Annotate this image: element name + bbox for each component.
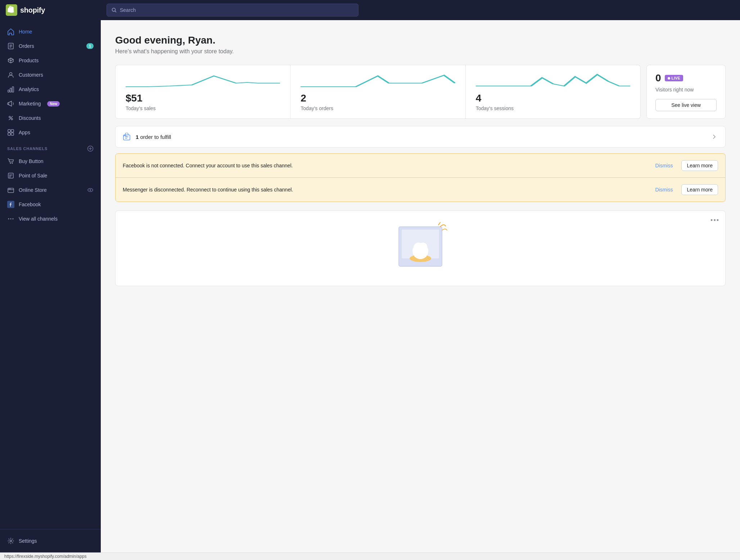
topbar: shopify — [0, 0, 740, 20]
sidebar-item-pos-label: Point of Sale — [19, 173, 47, 179]
alert-facebook-text: Facebook is not connected. Connect your … — [123, 163, 649, 168]
sidebar-item-online-store[interactable]: Online Store — [0, 183, 101, 197]
svg-rect-16 — [8, 173, 13, 178]
sales-value: $51 — [126, 92, 280, 104]
sidebar-item-facebook[interactable]: Facebook — [0, 197, 101, 212]
svg-point-25 — [10, 218, 12, 220]
facebook-learn-more-button[interactable]: Learn more — [681, 160, 718, 171]
sessions-chart — [476, 72, 630, 90]
sales-channels-section: SALES CHANNELS — [0, 140, 101, 154]
alert-row-facebook: Facebook is not connected. Connect your … — [116, 154, 725, 177]
live-count: 0 — [655, 72, 661, 84]
buy-button-icon — [7, 158, 14, 165]
sidebar-item-pos[interactable]: Point of Sale — [0, 168, 101, 183]
fulfill-icon — [123, 133, 131, 141]
live-top: 0 LIVE — [655, 72, 717, 84]
view-all-channels-label: View all channels — [19, 216, 58, 222]
greeting-title: Good evening, Ryan. — [115, 35, 726, 46]
fulfill-bar[interactable]: 1 order to fulfill — [115, 126, 726, 148]
svg-point-27 — [10, 540, 12, 542]
main-content: Good evening, Ryan. Here's what's happen… — [101, 20, 740, 552]
sidebar-item-home-label: Home — [19, 29, 32, 35]
greeting-sub: Here's what's happening with your store … — [115, 48, 726, 55]
add-channel-icon[interactable] — [87, 145, 94, 152]
alert-row-messenger: Messenger is disconnected. Reconnect to … — [116, 177, 725, 202]
sidebar-nav: Home Orders 1 Products — [0, 20, 101, 529]
sales-label: Today's sales — [126, 105, 280, 111]
sidebar-item-analytics-label: Analytics — [19, 86, 39, 92]
live-badge-text: LIVE — [672, 76, 680, 80]
logo-text: shopify — [20, 6, 45, 14]
orders-badge: 1 — [86, 43, 94, 49]
sidebar-item-apps[interactable]: Apps — [0, 125, 101, 140]
svg-point-24 — [8, 218, 9, 220]
eye-icon[interactable] — [87, 187, 94, 193]
sidebar-item-marketing-label: Marketing — [19, 101, 41, 107]
sidebar-item-customers[interactable]: Customers — [0, 68, 101, 82]
sidebar-item-products[interactable]: Products — [0, 53, 101, 68]
sidebar-item-customers-label: Customers — [19, 72, 43, 78]
svg-rect-6 — [12, 87, 14, 92]
sidebar-item-settings[interactable]: Settings — [0, 534, 101, 548]
sidebar-item-marketing[interactable]: Marketing New — [0, 96, 101, 111]
fulfill-label: order to fulfill — [140, 134, 171, 140]
svg-point-8 — [11, 118, 13, 120]
live-view-button[interactable]: See live view — [655, 99, 717, 111]
logo-area: shopify — [6, 4, 107, 16]
sidebar-item-online-store-label: Online Store — [19, 187, 47, 193]
sidebar-item-orders[interactable]: Orders 1 — [0, 39, 101, 53]
orders-chart — [301, 72, 455, 90]
svg-point-7 — [9, 116, 10, 118]
sessions-value: 4 — [476, 92, 630, 104]
svg-rect-5 — [10, 88, 12, 92]
svg-point-19 — [9, 189, 10, 189]
apps-icon — [7, 129, 14, 136]
svg-rect-9 — [8, 130, 10, 132]
layout: Home Orders 1 Products — [0, 20, 740, 552]
sidebar-item-orders-label: Orders — [19, 43, 34, 49]
svg-point-22 — [90, 189, 91, 191]
search-icon — [111, 7, 117, 13]
svg-rect-10 — [11, 130, 14, 132]
live-dot — [668, 77, 670, 80]
search-bar[interactable] — [107, 4, 358, 17]
pos-icon — [7, 172, 14, 179]
stat-card-sessions: 4 Today's sessions — [466, 65, 641, 119]
sidebar-item-analytics[interactable]: Analytics — [0, 82, 101, 96]
alert-messenger-text: Messenger is disconnected. Reconnect to … — [123, 187, 649, 193]
sidebar-item-discounts[interactable]: Discounts — [0, 111, 101, 125]
dots-icon — [7, 215, 14, 222]
svg-rect-12 — [11, 133, 14, 135]
search-input[interactable] — [120, 7, 354, 13]
sales-channels-label: SALES CHANNELS — [7, 146, 48, 151]
messenger-dismiss-link[interactable]: Dismiss — [655, 187, 673, 193]
sidebar-item-home[interactable]: Home — [0, 24, 101, 39]
chevron-right-icon — [711, 133, 718, 140]
sessions-label: Today's sessions — [476, 105, 630, 111]
sidebar-item-discounts-label: Discounts — [19, 115, 41, 121]
analytics-icon — [7, 86, 14, 93]
status-bar: https://firexside.myshopify.com/admin/ap… — [0, 552, 740, 560]
promo-menu-dots[interactable]: ••• — [710, 217, 719, 224]
cupcake-illustration — [384, 220, 456, 277]
products-icon — [7, 57, 14, 64]
messenger-learn-more-button[interactable]: Learn more — [681, 184, 718, 195]
stat-card-orders: 2 Today's orders — [290, 65, 465, 119]
sales-chart — [126, 72, 280, 90]
stat-card-sales: $51 Today's sales — [115, 65, 290, 119]
svg-point-26 — [13, 218, 14, 220]
svg-point-15 — [12, 163, 13, 164]
svg-rect-11 — [8, 133, 10, 135]
customers-icon — [7, 71, 14, 78]
sidebar: Home Orders 1 Products — [0, 20, 101, 552]
svg-point-34 — [419, 243, 427, 251]
sidebar-item-buy-button[interactable]: Buy Button — [0, 154, 101, 168]
svg-point-3 — [10, 73, 12, 75]
sidebar-item-view-all-channels[interactable]: View all channels — [0, 212, 101, 226]
home-icon — [7, 28, 14, 35]
facebook-dismiss-link[interactable]: Dismiss — [655, 163, 673, 168]
sidebar-item-apps-label: Apps — [19, 130, 30, 135]
settings-label: Settings — [19, 538, 37, 544]
sidebar-item-products-label: Products — [19, 58, 39, 63]
sidebar-footer: Settings — [0, 529, 101, 552]
